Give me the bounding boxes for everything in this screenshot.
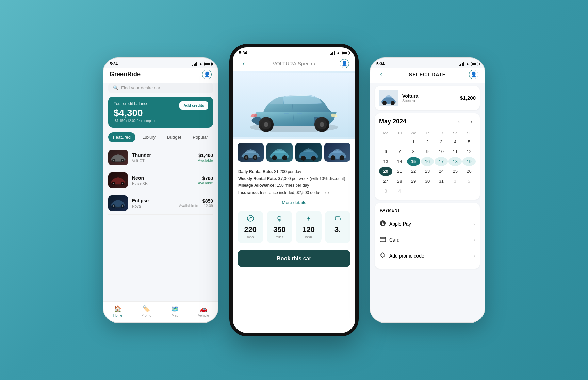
cal-day-1[interactable]: 1 xyxy=(407,137,420,146)
cal-day-19[interactable]: 19 xyxy=(462,157,476,166)
cal-day-11[interactable]: 11 xyxy=(448,147,462,156)
car-list: Thunder Volt GT $1,400 Available xyxy=(103,146,218,301)
cal-empty-2 xyxy=(393,137,406,146)
car-info-neon: Neon Pulse XR xyxy=(132,175,194,185)
cal-day-22[interactable]: 22 xyxy=(407,167,420,176)
more-details-link[interactable]: More details xyxy=(233,198,355,207)
page-title-right: SELECT DATE xyxy=(409,71,446,77)
cal-day-8[interactable]: 8 xyxy=(407,147,420,156)
day-label-mo: Mo xyxy=(379,130,392,136)
car-sub-neon: Pulse XR xyxy=(132,181,194,185)
car-name-eclipse: Eclipse xyxy=(132,198,175,203)
cal-day-next-2[interactable]: 2 xyxy=(462,177,476,186)
bottom-nav: 🏠 Home 🏷️ Promo 🗺️ Map 🚗 Vehicle xyxy=(103,301,218,322)
status-time-center: 5:34 xyxy=(239,51,247,55)
wifi-icon-center: ▲ xyxy=(336,51,340,55)
cal-day-28[interactable]: 28 xyxy=(393,177,406,186)
cal-day-29[interactable]: 29 xyxy=(407,177,420,186)
nav-map-label: Map xyxy=(172,314,178,317)
calendar-next-button[interactable]: › xyxy=(467,117,476,126)
cal-day-20[interactable]: 20 xyxy=(379,167,392,176)
cal-day-2[interactable]: 2 xyxy=(421,137,434,146)
car-price-eclipse: $850 Available from 12.09 xyxy=(179,198,213,208)
cal-day-next-4[interactable]: 4 xyxy=(393,186,406,196)
svg-point-45 xyxy=(381,253,382,254)
cal-day-24[interactable]: 24 xyxy=(435,167,448,176)
car-thumb-eclipse xyxy=(108,195,128,211)
cal-day-6[interactable]: 6 xyxy=(379,147,392,156)
add-credits-button[interactable]: Add credits xyxy=(179,101,208,110)
payment-promo[interactable]: Add promo code › xyxy=(380,248,475,264)
cal-day-next-1[interactable]: 1 xyxy=(448,177,462,186)
tab-budget[interactable]: Budget xyxy=(162,132,186,142)
cal-day-23[interactable]: 23 xyxy=(421,167,434,176)
cal-day-14[interactable]: 14 xyxy=(393,157,406,166)
payment-apple-pay[interactable]: Apple Pay › xyxy=(380,216,475,232)
cal-day-7[interactable]: 7 xyxy=(393,147,406,156)
nav-promo[interactable]: 🏷️ Promo xyxy=(132,305,161,317)
cal-day-21[interactable]: 21 xyxy=(393,167,406,176)
profile-icon[interactable]: 👤 xyxy=(202,70,212,79)
car-summary-thumb xyxy=(379,90,398,106)
profile-icon-center[interactable]: 👤 xyxy=(340,59,349,68)
cal-day-26[interactable]: 26 xyxy=(462,167,476,176)
svg-point-33 xyxy=(311,156,316,161)
cal-day-12[interactable]: 12 xyxy=(462,147,476,156)
cal-day-27[interactable]: 27 xyxy=(379,177,392,186)
cal-day-15[interactable]: 15 xyxy=(407,157,420,166)
nav-promo-label: Promo xyxy=(141,314,151,317)
car-details: Daily Rental Rate: $1,200 per day Weekly… xyxy=(233,165,355,198)
speed-unit: mph xyxy=(247,235,254,239)
cal-day-10[interactable]: 10 xyxy=(435,147,448,156)
payment-card[interactable]: Card › xyxy=(380,232,475,248)
credit-card: Your credit balance $4,300 -$1,150 (12.0… xyxy=(108,97,213,128)
cal-day-31[interactable]: 31 xyxy=(435,177,448,186)
cal-day-next-3[interactable]: 3 xyxy=(379,186,392,196)
thumb-3[interactable] xyxy=(295,143,322,162)
cal-day-17[interactable]: 17 xyxy=(435,157,448,166)
car-item-thunder[interactable]: Thunder Volt GT $1,400 Available xyxy=(108,146,213,169)
range-value: 350 xyxy=(273,225,286,234)
calendar: May 2024 ‹ › Mo Tu We Th Fr Sa Su 1 2 xyxy=(375,113,480,200)
cal-day-9[interactable]: 9 xyxy=(421,147,434,156)
car-hero-image xyxy=(233,71,355,139)
car-item-neon[interactable]: Neon Pulse XR $700 Available xyxy=(108,169,213,192)
map-icon: 🗺️ xyxy=(171,305,179,313)
cal-day-25[interactable]: 25 xyxy=(448,167,462,176)
thumb-4[interactable] xyxy=(324,143,350,162)
range-unit: miles xyxy=(276,235,283,239)
thumbnail-row xyxy=(233,139,355,165)
back-button[interactable]: ‹ xyxy=(239,59,248,68)
cal-day-16[interactable]: 16 xyxy=(421,157,434,166)
car-model: Spectra xyxy=(298,61,315,66)
tab-popular[interactable]: Popular xyxy=(188,132,213,142)
home-icon: 🏠 xyxy=(114,305,121,313)
cal-day-30[interactable]: 30 xyxy=(421,177,434,186)
calendar-prev-button[interactable]: ‹ xyxy=(455,117,463,126)
select-date-header: ‹ SELECT DATE 👤 xyxy=(370,68,485,83)
nav-vehicle[interactable]: 🚗 Vehicle xyxy=(189,305,218,317)
tab-featured[interactable]: Featured xyxy=(108,132,135,142)
kwh-icon xyxy=(305,215,312,224)
app-title: GreenRide xyxy=(110,71,141,78)
nav-map[interactable]: 🗺️ Map xyxy=(161,305,189,317)
back-button-right[interactable]: ‹ xyxy=(376,70,386,79)
cal-day-18[interactable]: 18 xyxy=(448,157,462,166)
cal-day-3[interactable]: 3 xyxy=(435,137,448,146)
book-car-button[interactable]: Book this car xyxy=(238,250,350,267)
profile-icon-right[interactable]: 👤 xyxy=(469,70,478,79)
cal-day-4[interactable]: 4 xyxy=(448,137,462,146)
cal-day-5[interactable]: 5 xyxy=(462,137,476,146)
thumb-2[interactable] xyxy=(266,143,293,162)
car-item-eclipse[interactable]: Eclipse Nova $850 Available from 12.09 xyxy=(108,192,213,215)
search-bar[interactable]: 🔍 Find your desire car xyxy=(108,83,213,93)
cal-day-13[interactable]: 13 xyxy=(379,157,392,166)
calendar-month: May 2024 xyxy=(379,118,406,125)
status-time-right: 5:34 xyxy=(376,62,385,66)
thumb-1[interactable] xyxy=(238,143,264,162)
car-detail-header: ‹ VOLTURA Spectra 👤 xyxy=(233,57,355,71)
kwh-value: 120 xyxy=(302,225,315,234)
tab-luxury[interactable]: Luxury xyxy=(137,132,160,142)
svg-point-20 xyxy=(320,122,324,127)
nav-home[interactable]: 🏠 Home xyxy=(103,305,132,317)
